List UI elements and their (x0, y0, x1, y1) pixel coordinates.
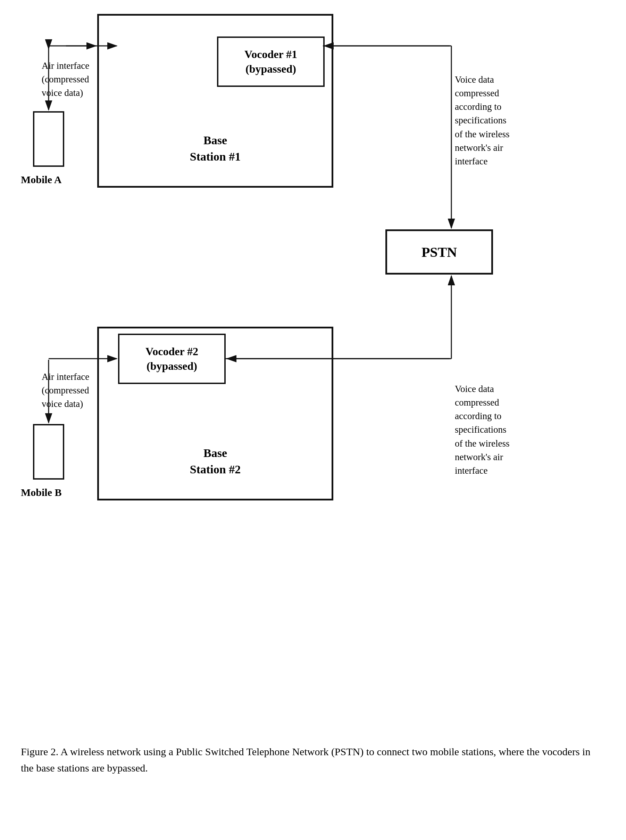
base-station-1-label: Base Station #1 (190, 132, 241, 165)
pstn-label: PSTN (421, 244, 457, 260)
mobile-a-label: Mobile A (21, 174, 62, 185)
mobile-b-label: Mobile B (21, 487, 62, 498)
vocoder-1-box: Vocoder #1 (bypassed) (217, 36, 325, 87)
base-station-2-outer: Base Station #2 (97, 327, 333, 501)
diagram-area: Vocoder #1 (bypassed) Base Station #1 Vo… (0, 0, 626, 765)
voice-data-annotation-2: Voice datacompressedaccording tospecific… (455, 382, 509, 477)
caption: Figure 2. A wireless network using a Pub… (21, 744, 605, 776)
mobile-a-box (33, 111, 64, 167)
mobile-b-box (33, 424, 64, 480)
air-interface-annotation-2: Air interface(compressedvoice data) (42, 370, 89, 411)
air-interface-annotation-1: Air interface(compressedvoice data) (42, 59, 89, 100)
base-station-2-label: Base Station #2 (190, 445, 241, 478)
pstn-box: PSTN (385, 229, 493, 275)
voice-data-annotation-1: Voice datacompressedaccording tospecific… (455, 73, 509, 168)
base-station-1-outer: Vocoder #1 (bypassed) Base Station #1 (97, 14, 333, 188)
vocoder-1-label: Vocoder #1 (bypassed) (244, 47, 297, 76)
